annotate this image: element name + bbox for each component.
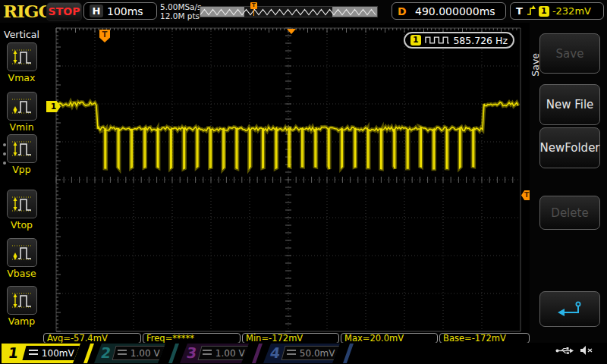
channel-indicator-4[interactable]: 450.0mV [263, 344, 354, 363]
left-measure-menu: Vertical VmaxVminVppVtopVbaseVamp [0, 23, 43, 343]
return-arrow-icon [555, 300, 585, 319]
sidebar-item-label: Vamp [0, 315, 43, 327]
vamp-button[interactable] [7, 286, 37, 315]
channel-scale-box: 1.00 V [197, 346, 249, 360]
trigger-level-value: -232mV [552, 5, 591, 17]
sidebar-item-vmax[interactable]: Vmax [0, 42, 43, 83]
right-soft-menu: Save SaveNew FileNewFolderDelete [530, 23, 607, 343]
channel-indicator-1[interactable]: 1100mV [2, 344, 94, 363]
channel-scale-value: 1.00 V [215, 348, 245, 359]
rising-edge-icon [526, 5, 536, 17]
sidebar-item-label: Vbase [0, 268, 43, 279]
measurement-readout: Min=-172mV [242, 333, 339, 344]
channel1-waveform-glow [57, 102, 518, 169]
vmax-icon [11, 47, 33, 67]
trigger-label: T [516, 5, 523, 17]
delay-label: D [398, 5, 407, 17]
new-file-button[interactable]: New File [539, 84, 600, 125]
channel-scale-value: 1.00 V [131, 348, 160, 359]
frequency-counter: 1 585.726 Hz [404, 32, 514, 49]
horizontal-scale-value: 100ms [107, 5, 143, 17]
trigger-box: T 1 -232mV [510, 2, 604, 20]
dc-coupling-icon [203, 350, 212, 356]
graticule-and-waveform [43, 23, 530, 332]
vtop-icon [11, 194, 33, 214]
dc-coupling-icon [118, 350, 127, 356]
channel-number: 3 [185, 344, 197, 361]
channel-scale-box: 50.0mV [281, 346, 340, 360]
return-button[interactable] [539, 291, 600, 327]
channel-slash [168, 344, 179, 363]
frequency-value: 585.726 Hz [453, 35, 508, 46]
measurement-readout: Max=20.0mV [341, 333, 438, 344]
sidebar-item-vamp[interactable]: Vamp [0, 286, 43, 327]
delete-button: Delete [539, 196, 600, 230]
vtop-button[interactable] [7, 190, 37, 218]
channel-slash [343, 344, 354, 363]
preview-waveform [200, 7, 377, 17]
vpp-icon [11, 139, 33, 158]
channel-status-bar: 1100mV21.00 V31.00 V450.0mV [0, 343, 607, 364]
oscilloscope-screen: RIGOL STOP H 100ms 5.00MSa/s 12.0M pts T… [0, 0, 607, 364]
channel-number: 1 [7, 344, 19, 361]
memory-depth: 12.0M pts [160, 11, 202, 20]
channel-scale-box: 1.00 V [112, 346, 165, 360]
square-wave-icon [425, 36, 450, 45]
sidebar-item-label: Vtop [0, 219, 43, 231]
measurement-readout: Avg=-57.4mV [43, 333, 141, 344]
measurement-readout: Base=-172mV [439, 333, 530, 344]
channel-body[interactable]: 1100mV [2, 344, 80, 363]
channel-scale-value: 100mV [42, 348, 74, 359]
dc-coupling-icon [287, 350, 296, 356]
channel-scale-value: 50.0mV [300, 348, 335, 359]
sidebar-item-label: Vmin [0, 121, 43, 133]
horizontal-scale-box: H 100ms [83, 2, 157, 20]
delay-box: D 490.000000ms [392, 2, 506, 20]
vamp-icon [11, 290, 33, 310]
speaker-muted-icon [580, 345, 593, 356]
newfolder-button[interactable]: NewFolder [539, 127, 600, 168]
top-status-bar: RIGOL STOP H 100ms 5.00MSa/s 12.0M pts T… [0, 0, 607, 24]
vbase-icon [11, 243, 33, 262]
preview-trigger-marker: T [250, 2, 257, 9]
status-icon-tray [555, 345, 593, 356]
vmin-icon [11, 96, 33, 116]
horizontal-label: H [90, 5, 103, 17]
vpp-button[interactable] [7, 134, 37, 163]
screen-center-marker [287, 29, 296, 34]
sidebar-item-label: Vpp [0, 164, 43, 175]
acquisition-info: 5.00MSa/s 12.0M pts [160, 2, 202, 20]
channel-slash [252, 344, 263, 363]
sidebar-item-vmin[interactable]: Vmin [0, 92, 43, 133]
vbase-button[interactable] [7, 238, 37, 267]
page-indicator-dot [3, 143, 6, 146]
sample-rate: 5.00MSa/s [160, 2, 202, 11]
vmin-button[interactable] [7, 92, 37, 121]
measure-menu-title: Vertical [0, 29, 43, 40]
channel-scale-box: 100mV [22, 346, 80, 360]
freq-counter-channel-badge: 1 [410, 35, 421, 46]
channel-indicator-2[interactable]: 21.00 V [94, 344, 179, 363]
waveform-preview-bar: T [200, 6, 378, 17]
channel-number: 4 [269, 344, 281, 361]
save-button: Save [539, 33, 600, 74]
delay-value: 490.000000ms [410, 5, 500, 17]
channel-body[interactable]: 21.00 V [94, 344, 165, 363]
sidebar-item-label: Vmax [0, 72, 43, 83]
trigger-source-badge: 1 [539, 6, 549, 17]
sidebar-item-vpp[interactable]: Vpp [0, 134, 43, 175]
channel-number: 2 [99, 344, 112, 361]
sidebar-item-vtop[interactable]: Vtop [0, 190, 43, 231]
channel-indicator-3[interactable]: 31.00 V [180, 344, 263, 363]
sidebar-item-vbase[interactable]: Vbase [0, 238, 43, 279]
dc-coupling-icon [29, 350, 38, 356]
page-indicator-dot [3, 152, 6, 155]
waveform-display-area: T 1 T 1 585.726 Hz [43, 23, 530, 332]
vmax-button[interactable] [7, 42, 37, 71]
run-state-indicator[interactable]: STOP [46, 2, 82, 21]
channel-body[interactable]: 31.00 V [180, 344, 249, 363]
channel-body[interactable]: 450.0mV [263, 344, 340, 363]
page-indicator-dot [3, 162, 6, 165]
measurement-readout: Freq=***** [143, 333, 241, 344]
usb-icon [555, 346, 574, 356]
